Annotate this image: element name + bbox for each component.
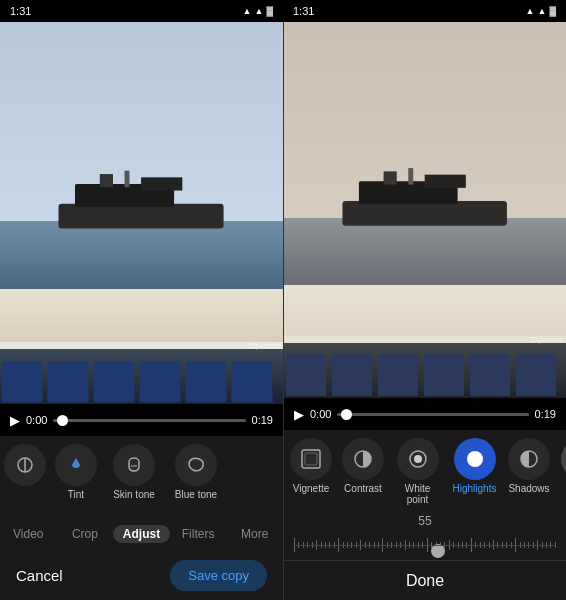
end-time-right: 0:19 <box>535 408 556 420</box>
slider-value-display: 55 <box>294 514 556 528</box>
play-icon-right[interactable]: ▶ <box>294 407 304 422</box>
tool-item-skin-tone[interactable]: Skin tone <box>104 440 164 504</box>
svg-rect-3 <box>125 170 130 187</box>
slider-area: 55 <box>284 510 566 560</box>
right-time: 1:31 <box>293 5 314 17</box>
black-point-label: Black poi... <box>559 483 566 505</box>
tools-row-left: Tint Skin tone Blue ton <box>0 436 283 516</box>
left-wifi-icon: ▲ <box>255 6 264 16</box>
vignette-icon <box>300 448 322 470</box>
right-battery-icon: ▓ <box>549 6 556 16</box>
ship-right <box>326 154 523 248</box>
tool-item-blue-tone[interactable]: Blue tone <box>166 440 226 504</box>
svg-rect-14 <box>305 453 317 465</box>
adj-tool-highlights[interactable]: Highlights <box>447 434 502 498</box>
ship-left <box>42 156 240 252</box>
skin-tone-icon <box>123 454 145 476</box>
save-copy-button[interactable]: Save copy <box>170 560 267 591</box>
tab-adjust[interactable]: Adjust <box>113 525 170 543</box>
adj-tool-white-point[interactable]: White point <box>390 434 445 509</box>
video-preview-right: Clipomatic <box>284 22 566 398</box>
right-signal-icon: ▲ <box>526 6 535 16</box>
svg-rect-4 <box>141 177 182 190</box>
svg-rect-11 <box>409 168 414 184</box>
progress-bar-left[interactable]: ▶ 0:00 0:19 <box>0 404 283 436</box>
done-section: Done <box>284 560 566 600</box>
svg-rect-10 <box>384 171 397 184</box>
adj-tool-vignette[interactable]: Vignette <box>286 434 336 498</box>
video-preview-left: Clipomatic <box>0 22 283 404</box>
progress-track-right[interactable] <box>337 413 528 416</box>
adj-tool-contrast[interactable]: Contrast <box>338 434 388 498</box>
shadows-label: Shadows <box>508 483 549 494</box>
watermark-left: Clipomatic <box>247 342 280 349</box>
tint-label: Tint <box>68 489 84 500</box>
blue-tone-icon <box>185 454 207 476</box>
highlights-label: Highlights <box>453 483 497 494</box>
skin-tone-label: Skin tone <box>113 489 155 500</box>
partial-icon <box>15 455 35 475</box>
tab-crop[interactable]: Crop <box>57 527 114 541</box>
tool-item-partial[interactable] <box>2 440 48 493</box>
slider-thumb[interactable] <box>431 544 445 558</box>
left-status-bar: 1:31 ▲ ▲ ▓ <box>0 0 283 22</box>
done-button[interactable]: Done <box>376 566 474 596</box>
shadows-icon <box>518 448 540 470</box>
adj-tools-row: Vignette Contrast <box>284 430 566 510</box>
svg-rect-0 <box>59 203 224 228</box>
progress-bar-right[interactable]: ▶ 0:00 0:19 <box>284 398 566 430</box>
action-bar: Cancel Save copy <box>0 550 283 600</box>
svg-point-18 <box>467 451 483 467</box>
left-signal-icon: ▲ <box>243 6 252 16</box>
contrast-label: Contrast <box>344 483 382 494</box>
svg-rect-2 <box>100 174 113 187</box>
bottom-tabs: Video Crop Adjust Filters More <box>0 516 283 550</box>
left-time: 1:31 <box>10 5 31 17</box>
adj-tool-black-point[interactable]: Black poi... <box>556 434 566 509</box>
adj-tool-shadows[interactable]: Shadows <box>504 434 554 498</box>
tint-icon <box>66 455 86 475</box>
current-time-right: 0:00 <box>310 408 331 420</box>
right-status-bar: 1:31 ▲ ▲ ▓ <box>283 0 566 22</box>
left-battery-icon: ▓ <box>266 6 273 16</box>
blue-tone-label: Blue tone <box>175 489 217 500</box>
watermark-right: Clipomatic <box>530 336 563 343</box>
tab-more[interactable]: More <box>226 527 283 541</box>
progress-track-left[interactable] <box>53 419 245 422</box>
contrast-icon <box>352 448 374 470</box>
right-wifi-icon: ▲ <box>538 6 547 16</box>
tab-filters[interactable]: Filters <box>170 527 227 541</box>
tab-video[interactable]: Video <box>0 527 57 541</box>
svg-point-17 <box>414 455 422 463</box>
end-time-left: 0:19 <box>252 414 273 426</box>
current-time-left: 0:00 <box>26 414 47 426</box>
vignette-label: Vignette <box>293 483 330 494</box>
svg-rect-12 <box>425 174 466 187</box>
svg-rect-8 <box>343 201 507 226</box>
tool-item-tint[interactable]: Tint <box>50 440 102 504</box>
play-icon-left[interactable]: ▶ <box>10 413 20 428</box>
white-point-icon <box>407 448 429 470</box>
cancel-button[interactable]: Cancel <box>16 567 63 584</box>
white-point-label: White point <box>393 483 442 505</box>
highlights-icon <box>464 448 486 470</box>
